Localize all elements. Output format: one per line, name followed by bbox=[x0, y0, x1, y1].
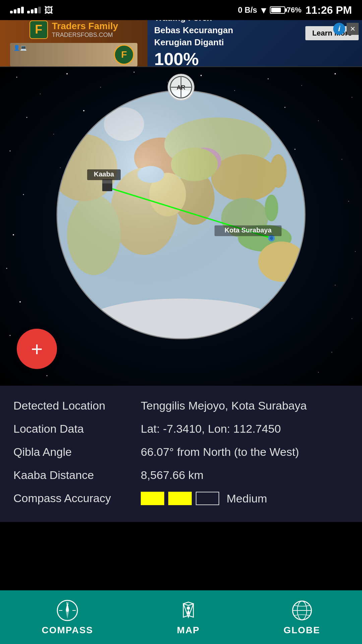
svg-point-8 bbox=[268, 78, 269, 79]
svg-text:AR: AR bbox=[177, 84, 185, 91]
ad-info-icon[interactable]: i bbox=[333, 23, 345, 35]
battery-container: 76% bbox=[270, 6, 301, 14]
map-nav-icon bbox=[177, 599, 200, 622]
svg-point-32 bbox=[23, 194, 24, 195]
location-data-value: Lat: -7.3410, Lon: 112.7450 bbox=[141, 422, 349, 435]
ad-main-text: Trading ForexBebas KecuranganKerugian Di… bbox=[154, 20, 233, 49]
signal-bars bbox=[10, 7, 24, 13]
time-display: 11:26 PM bbox=[305, 4, 352, 16]
svg-point-0 bbox=[16, 77, 17, 78]
svg-point-22 bbox=[10, 151, 11, 152]
location-data-label: Location Data bbox=[13, 422, 141, 435]
accuracy-indicator: Medium bbox=[141, 492, 267, 505]
add-button[interactable]: + bbox=[17, 329, 57, 369]
wifi-icon: ▾ bbox=[261, 5, 266, 16]
nav-item-map[interactable]: MAP bbox=[177, 599, 200, 636]
svg-point-5 bbox=[167, 82, 168, 83]
svg-point-34 bbox=[13, 234, 14, 235]
svg-point-4 bbox=[134, 72, 135, 73]
battery-percent: 76% bbox=[287, 6, 301, 14]
ad-right-section: Trading ForexBebas KecuranganKerugian Di… bbox=[147, 20, 305, 66]
battery-icon bbox=[270, 6, 285, 14]
accuracy-box-2 bbox=[168, 492, 192, 505]
globe[interactable]: Kaaba Kota Surabaya bbox=[50, 84, 312, 345]
svg-point-38 bbox=[19, 301, 21, 303]
signal-bars-2 bbox=[27, 7, 41, 13]
status-bar: 🖼 0 B/s ▾ 76% 11:26 PM bbox=[0, 0, 362, 20]
svg-point-43 bbox=[331, 352, 332, 353]
ad-percentage: 100% bbox=[154, 50, 199, 67]
map-nav-label: MAP bbox=[177, 625, 200, 636]
svg-text:Kota Surabaya: Kota Surabaya bbox=[225, 226, 272, 234]
compass-nav-label: COMPASS bbox=[42, 625, 93, 636]
kaaba-distance-label: Kaaba Distance bbox=[13, 469, 141, 482]
svg-point-40 bbox=[10, 335, 11, 336]
svg-rect-73 bbox=[102, 183, 112, 191]
ad-banner: F Traders Family TRADERSFOBS.COM 👤💻 F Tr… bbox=[0, 20, 362, 67]
data-speed: 0 B/s bbox=[238, 5, 257, 15]
svg-point-10 bbox=[335, 73, 336, 74]
nav-item-globe[interactable]: GLOBE bbox=[284, 599, 320, 636]
plus-icon: + bbox=[31, 337, 43, 361]
globe-nav-label: GLOBE bbox=[284, 625, 320, 636]
qibla-angle-row: Qibla Angle 66.07° from North (to the We… bbox=[13, 445, 349, 459]
kaaba-distance-value: 8,567.66 km bbox=[141, 469, 349, 482]
detected-location-row: Detected Location Tenggilis Mejoyo, Kota… bbox=[13, 399, 349, 412]
ad-close-button[interactable]: ✕ bbox=[347, 23, 359, 35]
svg-point-6 bbox=[200, 75, 202, 76]
svg-point-37 bbox=[355, 251, 356, 252]
svg-point-12 bbox=[26, 117, 27, 118]
svg-point-41 bbox=[352, 318, 352, 319]
svg-point-36 bbox=[6, 268, 7, 269]
status-left: 🖼 bbox=[10, 5, 53, 15]
svg-point-11 bbox=[352, 97, 352, 98]
compass-accuracy-row: Compass Accuracy Medium bbox=[13, 492, 349, 505]
info-panel: Detected Location Tenggilis Mejoyo, Kota… bbox=[0, 386, 362, 522]
accuracy-box-3 bbox=[196, 492, 219, 505]
compass-nav-icon: N bbox=[56, 599, 79, 622]
status-right: 0 B/s ▾ 76% 11:26 PM bbox=[238, 4, 352, 16]
detected-location-label: Detected Location bbox=[13, 399, 141, 412]
qibla-angle-value: 66.07° from North (to the West) bbox=[141, 445, 349, 459]
ad-left-section: F Traders Family TRADERSFOBS.COM 👤💻 F bbox=[0, 20, 147, 66]
svg-point-21 bbox=[318, 120, 319, 121]
location-data-row: Location Data Lat: -7.3410, Lon: 112.745… bbox=[13, 422, 349, 435]
svg-point-89 bbox=[187, 606, 190, 610]
ad-tagline: TRADERSFOBS.COM bbox=[52, 32, 118, 39]
svg-point-35 bbox=[348, 201, 349, 202]
svg-point-2 bbox=[66, 73, 68, 74]
svg-point-1 bbox=[40, 94, 41, 94]
svg-text:N: N bbox=[66, 602, 69, 605]
svg-text:Kaaba: Kaaba bbox=[94, 170, 114, 178]
battery-fill bbox=[271, 8, 281, 12]
svg-point-45 bbox=[318, 372, 319, 373]
qibla-angle-label: Qibla Angle bbox=[13, 445, 141, 459]
svg-point-71 bbox=[57, 91, 305, 339]
svg-marker-85 bbox=[66, 610, 69, 619]
ar-button[interactable]: AR bbox=[168, 74, 194, 101]
globe-nav-icon bbox=[290, 599, 314, 622]
kaaba-distance-row: Kaaba Distance 8,567.66 km bbox=[13, 469, 349, 482]
bottom-nav: N COMPASS MAP GLOBE bbox=[0, 590, 362, 644]
svg-point-31 bbox=[342, 159, 342, 160]
ad-brand-name: Traders Family bbox=[52, 21, 118, 32]
image-icon: 🖼 bbox=[44, 5, 53, 15]
compass-accuracy-label: Compass Accuracy bbox=[13, 492, 141, 505]
nav-item-compass[interactable]: N COMPASS bbox=[42, 599, 93, 636]
accuracy-text: Medium bbox=[227, 492, 267, 505]
globe-area: AR bbox=[0, 67, 362, 386]
ar-icon: AR bbox=[169, 75, 193, 99]
detected-location-value: Tenggilis Mejoyo, Kota Surabaya bbox=[141, 399, 349, 412]
svg-point-44 bbox=[47, 375, 48, 376]
svg-point-76 bbox=[270, 236, 273, 240]
accuracy-box-1 bbox=[141, 492, 164, 505]
svg-point-39 bbox=[335, 285, 336, 285]
